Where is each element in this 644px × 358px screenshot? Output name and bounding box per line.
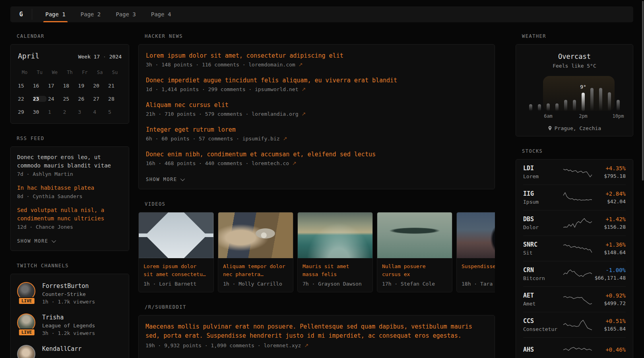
hackernews-item-title[interactable]: Donec enim nibh, condimentum et accumsan… bbox=[146, 150, 487, 158]
hackernews-card: Lorem ipsum dolor sit amet, consectetur … bbox=[138, 44, 495, 189]
subreddit-card: Maecenas mollis pulvinar erat non posuer… bbox=[138, 315, 495, 358]
calendar-day[interactable]: 24 bbox=[48, 96, 62, 102]
calendar-day[interactable]: 2 bbox=[63, 109, 76, 115]
calendar-day[interactable]: 3 bbox=[78, 109, 91, 115]
tab-page-2[interactable]: Page 2 bbox=[73, 6, 109, 22]
calendar-weekday: Fr bbox=[77, 67, 92, 78]
stock-price: $165.84 bbox=[592, 326, 626, 332]
weather-bar bbox=[617, 100, 620, 111]
video-thumbnail[interactable] bbox=[457, 212, 495, 258]
scrollbar[interactable] bbox=[642, 1, 644, 181]
rss-item-title[interactable]: Donec tempor eros leo, ut commodo mauris… bbox=[17, 153, 122, 170]
weather-location: Prague, Czechia bbox=[555, 125, 601, 131]
calendar-day[interactable]: 25 bbox=[63, 96, 76, 102]
stock-values: +1.36%$148.64 bbox=[592, 241, 626, 255]
hackernews-item-title[interactable]: Integer eget rutrum lorem bbox=[146, 126, 487, 134]
video-card[interactable]: Nullam posuere cursus ex17h · Stefan Col… bbox=[377, 212, 452, 292]
right-column: WEATHER Overcast Feels like 5°C 9° 6am2p… bbox=[516, 33, 633, 358]
rss-item-title[interactable]: In hac habitasse platea bbox=[17, 184, 122, 192]
stock-row[interactable]: LDILorem+4.35%$795.18 bbox=[523, 160, 626, 185]
hackernews-item-meta: 21h · 710 points · 579 comments · loreml… bbox=[146, 111, 487, 117]
calendar-day[interactable]: 17 bbox=[48, 83, 62, 89]
video-card[interactable]: Mauris sit amet massa felis7h · Grayson … bbox=[297, 212, 373, 292]
hackernews-show-more-label: SHOW MORE bbox=[146, 177, 177, 182]
weather-axis-label: 6am bbox=[544, 113, 553, 119]
calendar-day[interactable]: 29 bbox=[18, 109, 31, 115]
calendar-day-today[interactable]: 23 bbox=[33, 96, 47, 102]
calendar-day[interactable]: 26 bbox=[78, 96, 91, 102]
stock-row[interactable]: CCSConsectetur+0.51%$165.84 bbox=[523, 312, 626, 338]
video-thumbnail[interactable] bbox=[298, 212, 372, 258]
stock-row[interactable]: DBSDolor+1.42%$156.28 bbox=[523, 210, 626, 236]
calendar-day[interactable]: 16 bbox=[33, 83, 47, 89]
hackernews-item-title[interactable]: Donec imperdiet augue tincidunt felis al… bbox=[146, 76, 487, 84]
twitch-channel-row[interactable]: LIVEForrestBurtonCounter-Strike1h · 1.7k… bbox=[17, 282, 122, 305]
video-card-body: Suspendisse diam18h · Tara bbox=[457, 258, 495, 292]
weather-bar bbox=[599, 88, 602, 111]
avatar-wrap bbox=[17, 345, 36, 358]
weather-bar bbox=[529, 104, 532, 111]
calendar-day[interactable]: 19 bbox=[78, 83, 91, 89]
calendar-day[interactable]: 27 bbox=[93, 96, 107, 102]
video-title[interactable]: Nullam posuere cursus ex bbox=[382, 263, 447, 278]
hackernews-show-more-button[interactable]: SHOW MORE bbox=[146, 177, 184, 182]
rss-show-more-label: SHOW MORE bbox=[17, 238, 48, 244]
video-thumbnail[interactable] bbox=[139, 212, 213, 258]
calendar-day[interactable]: 28 bbox=[108, 96, 122, 102]
stock-values: +4.35%$795.18 bbox=[592, 165, 626, 179]
video-list: Lorem ipsum dolor sit amet consectetu…1h… bbox=[138, 212, 495, 292]
calendar-day[interactable]: 18 bbox=[63, 83, 76, 89]
stock-row[interactable]: SNRCSit+1.36%$148.64 bbox=[523, 236, 626, 261]
rss-show-more-button[interactable]: SHOW MORE bbox=[17, 238, 55, 244]
external-link-icon[interactable]: ↗ bbox=[283, 136, 287, 142]
calendar-day[interactable]: 15 bbox=[18, 83, 31, 89]
stock-row[interactable]: AHS+0.46% bbox=[523, 338, 626, 358]
external-link-icon[interactable]: ↗ bbox=[299, 62, 303, 68]
stock-name: Sit bbox=[523, 250, 563, 256]
stock-row[interactable]: IIGIpsum+2.84%$42.04 bbox=[523, 185, 626, 210]
video-thumbnail[interactable] bbox=[377, 212, 452, 258]
rss-card: Donec tempor eros leo, ut commodo mauris… bbox=[10, 146, 129, 251]
external-link-icon[interactable]: ↗ bbox=[301, 86, 306, 92]
twitch-channel-row[interactable]: LIVETrishaLeague of Legends3h · 1.2k vie… bbox=[17, 313, 122, 336]
hackernews-item-meta: 1d · 1,414 points · 299 comments · ipsum… bbox=[146, 86, 487, 92]
calendar-day-cell: 1 bbox=[47, 107, 62, 117]
external-link-icon[interactable]: ↗ bbox=[301, 111, 306, 117]
stock-price: $148.64 bbox=[592, 249, 626, 255]
video-thumbnail[interactable] bbox=[218, 212, 293, 258]
calendar-day[interactable]: 4 bbox=[93, 109, 107, 115]
video-title[interactable]: Suspendisse diam bbox=[462, 263, 495, 278]
stock-values: +0.92%$499.72 bbox=[592, 292, 626, 306]
video-card-body: Aliquam tempor dolor nec pharetra…1h · M… bbox=[218, 258, 293, 292]
calendar-day[interactable]: 21 bbox=[108, 83, 122, 89]
stock-ticker: CRN bbox=[523, 267, 563, 274]
middle-column: HACKER NEWS Lorem ipsum dolor sit amet, … bbox=[138, 33, 495, 358]
external-link-icon[interactable]: ↗ bbox=[304, 342, 308, 348]
video-card[interactable]: Lorem ipsum dolor sit amet consectetu…1h… bbox=[138, 212, 214, 292]
calendar-day[interactable]: 30 bbox=[33, 109, 47, 115]
app-logo[interactable]: G bbox=[10, 6, 32, 22]
calendar-day[interactable]: 1 bbox=[48, 109, 62, 115]
subreddit-post-title[interactable]: Maecenas mollis pulvinar erat non posuer… bbox=[145, 322, 488, 340]
video-title[interactable]: Mauris sit amet massa felis bbox=[303, 263, 368, 278]
stock-row[interactable]: AETAmet+0.92%$499.72 bbox=[523, 287, 626, 312]
video-card[interactable]: Aliquam tempor dolor nec pharetra…1h · M… bbox=[218, 212, 293, 292]
video-card[interactable]: Suspendisse diam18h · Tara bbox=[456, 212, 495, 292]
calendar-day[interactable]: 5 bbox=[108, 109, 122, 115]
hackernews-item-meta: 6h · 60 points · 57 comments · ipsumify.… bbox=[146, 136, 487, 142]
calendar-day[interactable]: 22 bbox=[18, 96, 31, 102]
tab-page-3[interactable]: Page 3 bbox=[108, 6, 144, 22]
rss-item-title[interactable]: Sed volutpat nulla nisl, a condimentum n… bbox=[17, 206, 122, 223]
video-title[interactable]: Aliquam tempor dolor nec pharetra… bbox=[223, 263, 288, 278]
hackernews-item-title[interactable]: Aliquam nec cursus elit bbox=[146, 101, 487, 109]
twitch-channel-row[interactable]: KendallCarr bbox=[17, 345, 122, 358]
external-link-icon[interactable]: ↗ bbox=[292, 160, 297, 166]
tab-page-1[interactable]: Page 1 bbox=[38, 6, 73, 22]
stock-ticker: SNRC bbox=[523, 241, 563, 248]
hackernews-item-title[interactable]: Lorem ipsum dolor sit amet, consectetur … bbox=[146, 52, 487, 60]
tab-page-4[interactable]: Page 4 bbox=[144, 6, 179, 22]
video-title[interactable]: Lorem ipsum dolor sit amet consectetu… bbox=[144, 263, 209, 278]
stock-row[interactable]: CRNBitcorn-1.00%$66,171.48 bbox=[523, 261, 626, 287]
calendar-day[interactable]: 20 bbox=[93, 83, 107, 89]
weather-axis-label: 10pm bbox=[613, 113, 624, 119]
